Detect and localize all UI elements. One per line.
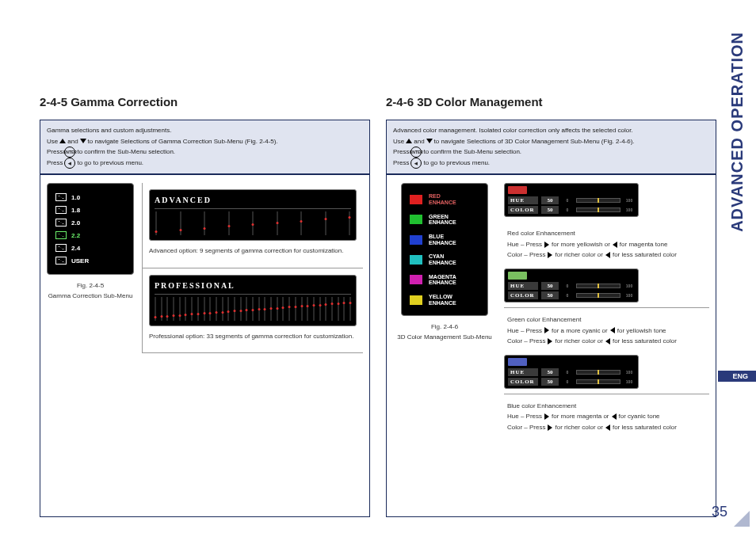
gamma-slider[interactable] — [166, 297, 168, 321]
intro-text: to go to previous menu. — [423, 158, 490, 169]
gamma-slider[interactable] — [325, 297, 326, 321]
fig-number: Fig. 2-4-5 — [48, 281, 133, 291]
hue-slider[interactable] — [576, 284, 620, 288]
gamma-item-label: USER — [71, 257, 89, 265]
gamma-slider[interactable] — [209, 297, 211, 321]
color-menu-item[interactable]: YELLOWENHANCE — [410, 294, 479, 306]
hue-slider[interactable] — [576, 198, 620, 203]
color-intro-box: Advanced color management. Isolated colo… — [386, 120, 716, 174]
intro-text: and — [67, 136, 78, 147]
color-submenu: REDENHANCEGREENENHANCEBLUEENHANCECYANENH… — [393, 183, 496, 513]
professional-description: Professional option: 33 segments of gamm… — [149, 331, 357, 342]
gamma-slider[interactable] — [234, 297, 235, 321]
hue-slider[interactable] — [576, 370, 620, 375]
gamma-slider[interactable] — [331, 297, 333, 321]
gamma-slider[interactable] — [203, 211, 206, 235]
gamma-slider[interactable] — [288, 297, 290, 321]
color-value: 50 — [541, 206, 559, 214]
gamma-menu-item[interactable]: 1.0 — [55, 193, 125, 201]
gamma-slider[interactable] — [295, 297, 296, 321]
hue-label: HUE — [508, 368, 538, 376]
color-swatch-icon — [410, 275, 422, 284]
gamma-slider[interactable] — [197, 297, 199, 321]
enhancement-block: HUE500100COLOR500100Red color Enhancemen… — [504, 183, 709, 268]
color-row: COLOR500100 — [508, 206, 635, 214]
gamma-slider[interactable] — [313, 297, 315, 321]
gamma-slider[interactable] — [204, 297, 205, 321]
color-value: 50 — [541, 378, 559, 386]
gamma-slider[interactable] — [307, 297, 308, 321]
color-menu-item[interactable]: CYANENHANCE — [410, 253, 479, 265]
enhancement-text: Green color EnhancementHue – Press for a… — [504, 307, 709, 355]
gamma-slider[interactable] — [185, 297, 186, 321]
gamma-slider[interactable] — [276, 211, 279, 235]
gamma-menu-item[interactable]: 2.0 — [55, 219, 125, 227]
gamma-panel: 1.01.82.02.22.4USER — [47, 183, 134, 275]
gamma-slider[interactable] — [155, 297, 156, 321]
intro-text: Use — [47, 136, 58, 147]
left-arrow-icon — [605, 338, 610, 345]
color-menu-item[interactable]: GREENENHANCE — [410, 214, 479, 226]
gamma-slider[interactable] — [246, 297, 247, 321]
gamma-slider[interactable] — [155, 211, 158, 235]
gamma-slider[interactable] — [216, 297, 217, 321]
gamma-slider[interactable] — [222, 297, 223, 321]
gamma-slider[interactable] — [349, 297, 351, 321]
up-arrow-icon — [59, 139, 66, 143]
gamma-menu-item[interactable]: 2.4 — [55, 244, 125, 252]
hue-color-widget: HUE500100COLOR500100 — [504, 268, 639, 303]
gamma-item-label: 2.0 — [71, 219, 80, 227]
gamma-slider[interactable] — [258, 297, 260, 321]
color-item-label: CYANENHANCE — [429, 253, 456, 265]
intro-text: to confirm the Sub-Menu selection. — [423, 147, 521, 158]
gamma-slider[interactable] — [300, 211, 303, 235]
gamma-slider[interactable] — [264, 297, 265, 321]
gamma-slider[interactable] — [251, 211, 254, 235]
color-slider[interactable] — [576, 207, 620, 212]
gamma-slider[interactable] — [173, 297, 174, 321]
color-value: 50 — [541, 291, 559, 299]
gamma-menu-item[interactable]: 1.8 — [55, 206, 125, 214]
hue-label: HUE — [508, 196, 538, 204]
curve-title: ADVANCED — [155, 193, 351, 209]
gamma-slider[interactable] — [338, 297, 339, 321]
gamma-menu-item[interactable]: 2.2 — [55, 231, 125, 239]
fig-number: Fig. 2-4-6 — [397, 322, 492, 333]
gamma-slider[interactable] — [179, 211, 182, 235]
gamma-slider[interactable] — [319, 297, 321, 321]
gamma-slider[interactable] — [252, 297, 254, 321]
gamma-slider[interactable] — [191, 297, 193, 321]
gamma-slider[interactable] — [301, 297, 303, 321]
color-swatch-icon — [410, 195, 422, 204]
chapter-label: ADVANCED OPERATION — [728, 32, 746, 232]
color-menu-item[interactable]: MAGENTAENHANCE — [410, 274, 479, 286]
figure-caption: Fig. 2-4-5 Gamma Correction Sub-Menu — [48, 281, 133, 302]
gamma-slider[interactable] — [179, 297, 181, 321]
color-management-section: 2-4-6 3D Color Management Advanced color… — [386, 24, 716, 517]
intro-text: Press — [47, 158, 63, 169]
gamma-slider[interactable] — [343, 297, 345, 321]
gamma-slider[interactable] — [227, 297, 229, 321]
color-menu-item[interactable]: BLUEENHANCE — [410, 234, 479, 246]
professional-option-cell: PROFESSIONAL Professional option: 33 seg… — [142, 268, 363, 354]
gamma-slider[interactable] — [282, 297, 284, 321]
right-arrow-icon — [544, 413, 549, 420]
color-menu-item[interactable]: REDENHANCE — [410, 193, 479, 205]
gamma-slider[interactable] — [348, 211, 351, 235]
gamma-slider[interactable] — [324, 211, 327, 235]
hue-color-widget: HUE500100COLOR500100 — [504, 355, 639, 389]
hue-color-widget: HUE500100COLOR500100 — [504, 183, 639, 217]
gamma-slider[interactable] — [240, 297, 242, 321]
color-panel: REDENHANCEGREENENHANCEBLUEENHANCECYANENH… — [401, 183, 488, 316]
gamma-slider[interactable] — [161, 297, 162, 321]
back-button-icon: ◀ — [64, 158, 75, 169]
gamma-slider[interactable] — [270, 297, 272, 321]
color-slider[interactable] — [576, 379, 620, 384]
intro-text: to confirm the Sub-Menu selection. — [77, 147, 175, 158]
gamma-slider[interactable] — [227, 211, 231, 235]
gamma-menu-item[interactable]: USER — [55, 257, 125, 265]
fig-title: Gamma Correction Sub-Menu — [48, 291, 133, 302]
color-slider[interactable] — [576, 293, 620, 298]
enhancement-stack: HUE500100COLOR500100Red color Enhancemen… — [504, 183, 709, 513]
gamma-slider[interactable] — [277, 297, 278, 321]
